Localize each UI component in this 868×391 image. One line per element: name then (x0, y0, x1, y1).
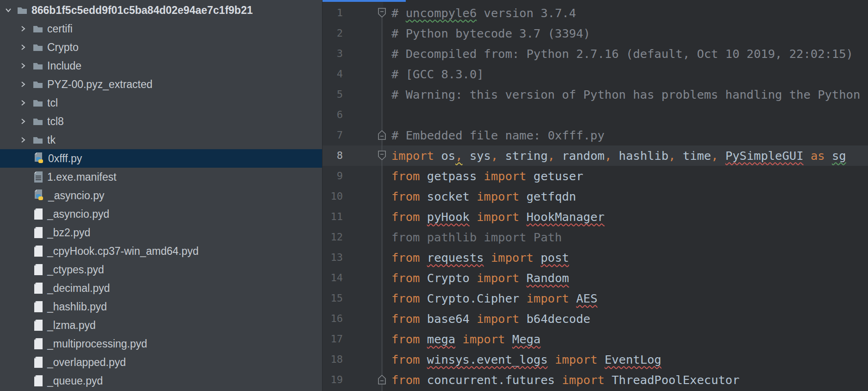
tree-item-Include[interactable]: Include (0, 57, 322, 75)
tree-item-tk[interactable]: tk (0, 131, 322, 149)
tree-item-866b1f5c5edd9f01c5ba84d02e94ae7c1f9b21[interactable]: 866b1f5c5edd9f01c5ba84d02e94ae7c1f9b21 (0, 1, 322, 19)
chevron-right-icon[interactable] (19, 99, 27, 107)
code-token: from (391, 251, 420, 265)
tree-item-certifi[interactable]: certifi (0, 19, 322, 38)
chevron-right-icon[interactable] (19, 118, 27, 125)
project-tree[interactable]: 866b1f5c5edd9f01c5ba84d02e94ae7c1f9b21ce… (0, 0, 322, 391)
code-token (519, 271, 526, 285)
tree-item-_hashlib.pyd[interactable]: _hashlib.pyd (0, 297, 322, 316)
code-token: from (391, 332, 420, 346)
folder-icon (32, 98, 43, 107)
code-token (718, 149, 725, 163)
code-line-10[interactable]: from socket import getfqdn (391, 186, 576, 207)
code-token: from (391, 189, 420, 203)
chevron-right-icon[interactable] (19, 136, 27, 144)
folder-icon (32, 43, 43, 52)
code-line-17[interactable]: from mega import Mega (391, 329, 540, 349)
code-line-15[interactable]: from Crypto.Cipher import AES (391, 288, 597, 309)
chevron-right-icon[interactable] (19, 81, 27, 88)
code-editor[interactable]: 1# uncompyle6 version 3.7.42# Python byt… (322, 0, 868, 391)
code-line-16[interactable]: from base64 import b64decode (391, 309, 590, 329)
code-line-5[interactable]: # Warning: this version of Python has pr… (391, 84, 860, 105)
code-line-11[interactable]: from pyHook import HookManager (391, 207, 605, 227)
line-number-18[interactable]: 18 (322, 349, 343, 370)
code-token: # [GCC 8.3.0] (391, 67, 484, 81)
chevron-right-icon[interactable] (19, 25, 27, 32)
line-number-13[interactable]: 13 (322, 247, 343, 268)
code-line-4[interactable]: # [GCC 8.3.0] (391, 64, 484, 84)
tree-item-_lzma.pyd[interactable]: _lzma.pyd (0, 316, 322, 334)
tree-item-Crypto[interactable]: Crypto (0, 38, 322, 57)
line-number-2[interactable]: 2 (322, 23, 343, 44)
line-number-17[interactable]: 17 (322, 329, 343, 349)
file-icon (33, 264, 43, 276)
fold-region-line (382, 18, 382, 391)
code-line-19[interactable]: from concurrent.futures import ThreadPoo… (391, 370, 739, 390)
tree-item-label: _bz2.pyd (47, 227, 90, 239)
line-number-11[interactable]: 11 (322, 207, 343, 227)
line-number-19[interactable]: 19 (322, 370, 343, 390)
code-line-12[interactable]: from pathlib import Path (391, 227, 562, 247)
line-number-16[interactable]: 16 (322, 309, 343, 329)
code-token: b64decode (519, 312, 590, 326)
code-token: hashlib (612, 149, 669, 163)
code-line-13[interactable]: from requests import post (391, 247, 569, 268)
chevron-right-icon[interactable] (19, 44, 27, 51)
tree-item-_overlapped.pyd[interactable]: _overlapped.pyd (0, 353, 322, 372)
python-file-icon (33, 152, 44, 165)
line-number-7[interactable]: 7 (322, 125, 343, 145)
line-number-5[interactable]: 5 (322, 84, 343, 105)
tree-item-_cpyHook.cp37-win_amd64.pyd[interactable]: _cpyHook.cp37-win_amd64.pyd (0, 242, 322, 260)
code-token: getfqdn (519, 189, 576, 203)
code-token: import (555, 353, 597, 366)
tree-item-label: _multiprocessing.pyd (47, 338, 147, 350)
code-token (420, 332, 427, 346)
tree-item-0xfff.py[interactable]: 0xfff.py (0, 149, 322, 168)
code-line-8[interactable]: import os, sys, string, random, hashlib,… (391, 145, 846, 166)
code-line-3[interactable]: # Decompiled from: Python 2.7.16 (defaul… (391, 44, 853, 64)
tree-item-_multiprocessing.pyd[interactable]: _multiprocessing.pyd (0, 334, 322, 353)
fold-expand-icon[interactable] (378, 130, 386, 140)
line-number-8[interactable]: 8 (322, 145, 343, 166)
fold-collapse-icon[interactable] (378, 7, 386, 18)
line-number-6[interactable]: 6 (322, 105, 343, 125)
tree-item-label: Include (47, 60, 81, 72)
line-number-1[interactable]: 1 (322, 3, 343, 23)
ide-window: 866b1f5c5edd9f01c5ba84d02e94ae7c1f9b21ce… (0, 0, 868, 391)
code-line-2[interactable]: # Python bytecode 3.7 (3394) (391, 23, 590, 44)
tree-item-_queue.pyd[interactable]: _queue.pyd (0, 372, 322, 390)
code-line-1[interactable]: # uncompyle6 version 3.7.4 (391, 3, 576, 23)
line-number-15[interactable]: 15 (322, 288, 343, 309)
folder-icon (32, 117, 43, 126)
code-token: # Decompiled from: Python 2.7.16 (defaul… (391, 47, 853, 61)
code-line-9[interactable]: from getpass import getuser (391, 166, 583, 186)
line-number-3[interactable]: 3 (322, 44, 343, 64)
line-number-12[interactable]: 12 (322, 227, 343, 247)
code-line-18[interactable]: from winsys.event_logs import EventLog (391, 349, 661, 370)
code-token: import (562, 373, 604, 387)
tree-item-_asyncio.pyd[interactable]: _asyncio.pyd (0, 205, 322, 223)
tree-item-_asyncio.py[interactable]: _asyncio.py (0, 186, 322, 205)
line-number-9[interactable]: 9 (322, 166, 343, 186)
tree-item-PYZ-00.pyz_extracted[interactable]: PYZ-00.pyz_extracted (0, 75, 322, 94)
line-number-10[interactable]: 10 (322, 186, 343, 207)
chevron-down-icon[interactable] (5, 6, 12, 14)
tree-item-tcl[interactable]: tcl (0, 94, 322, 112)
code-line-14[interactable]: from Crypto import Random (391, 268, 569, 288)
tree-item-tcl8[interactable]: tcl8 (0, 112, 322, 131)
tree-item-_bz2.pyd[interactable]: _bz2.pyd (0, 223, 322, 242)
line-number-4[interactable]: 4 (322, 64, 343, 84)
fold-collapse-icon[interactable] (378, 150, 386, 161)
line-number-14[interactable]: 14 (322, 268, 343, 288)
folder-icon (32, 80, 43, 89)
code-token: import (477, 210, 519, 224)
tree-item-1.exe.manifest[interactable]: 1.exe.manifest (0, 168, 322, 186)
code-token: , (669, 149, 676, 163)
folder-icon (17, 6, 28, 15)
code-token: Crypto (420, 271, 477, 285)
code-line-7[interactable]: # Embedded file name: 0xfff.py (391, 125, 605, 145)
tree-item-_decimal.pyd[interactable]: _decimal.pyd (0, 279, 322, 297)
fold-expand-icon[interactable] (378, 374, 386, 385)
chevron-right-icon[interactable] (19, 62, 27, 69)
tree-item-_ctypes.pyd[interactable]: _ctypes.pyd (0, 260, 322, 279)
